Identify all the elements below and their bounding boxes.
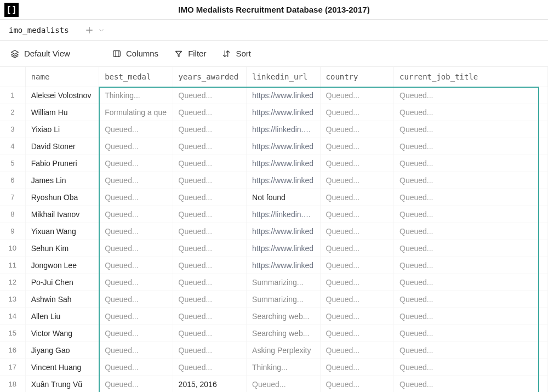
cell-job-title[interactable]: Queued... (394, 87, 548, 104)
cell-best-medal[interactable]: Queued... (99, 376, 173, 392)
cell-linkedin-url[interactable]: https://www.linked (247, 223, 320, 240)
cell-linkedin-url[interactable]: Not found (247, 189, 320, 206)
cell-years-awarded[interactable]: Queued... (173, 274, 246, 291)
cell-job-title[interactable]: Queued... (394, 206, 548, 223)
cell-best-medal[interactable]: Queued... (99, 206, 173, 223)
cell-years-awarded[interactable]: Queued... (173, 257, 246, 274)
table-row[interactable]: 11Jongwon LeeQueued...Queued...https://w… (0, 257, 548, 274)
cell-years-awarded[interactable]: Queued... (173, 87, 246, 104)
row-number[interactable]: 3 (0, 121, 25, 138)
table-row[interactable]: 6James LinQueued...Queued...https://www.… (0, 172, 548, 189)
row-number[interactable]: 1 (0, 87, 25, 104)
cell-job-title[interactable]: Queued... (394, 257, 548, 274)
cell-years-awarded[interactable]: 2015, 2016 (173, 376, 246, 392)
cell-best-medal[interactable]: Queued... (99, 325, 173, 342)
cell-country[interactable]: Queued... (320, 138, 393, 155)
table-row[interactable]: 10Sehun KimQueued...Queued...https://www… (0, 240, 548, 257)
tab-imo-medalists[interactable]: imo_medalists (3, 22, 75, 38)
cell-name[interactable]: Jiyang Gao (25, 342, 99, 359)
row-number[interactable]: 7 (0, 189, 25, 206)
sort-button[interactable]: Sort (221, 49, 251, 59)
cell-years-awarded[interactable]: Queued... (173, 308, 246, 325)
table-row[interactable]: 18Xuân Trung VũQueued...2015, 2016Queued… (0, 376, 548, 392)
cell-job-title[interactable]: Queued... (394, 325, 548, 342)
cell-name[interactable]: Vincent Huang (25, 359, 99, 376)
cell-years-awarded[interactable]: Queued... (173, 223, 246, 240)
cell-country[interactable]: Queued... (320, 87, 393, 104)
app-logo[interactable]: [] (4, 3, 19, 17)
cell-best-medal[interactable]: Queued... (99, 274, 173, 291)
col-current-job-title[interactable]: current_job_title (394, 67, 548, 87)
cell-country[interactable]: Queued... (320, 359, 393, 376)
cell-linkedin-url[interactable]: Queued... (247, 376, 320, 392)
table-row[interactable]: 2William HuFormulating a queQueued...htt… (0, 104, 548, 121)
cell-linkedin-url[interactable]: Summarizing... (247, 291, 320, 308)
cell-best-medal[interactable]: Queued... (99, 223, 173, 240)
cell-country[interactable]: Queued... (320, 172, 393, 189)
cell-years-awarded[interactable]: Queued... (173, 206, 246, 223)
cell-job-title[interactable]: Queued... (394, 240, 548, 257)
cell-linkedin-url[interactable]: Thinking... (247, 359, 320, 376)
col-linkedin-url[interactable]: linkedin_url (247, 67, 320, 87)
cell-job-title[interactable]: Queued... (394, 138, 548, 155)
filter-button[interactable]: Filter (174, 49, 206, 59)
cell-years-awarded[interactable]: Queued... (173, 240, 246, 257)
col-years-awarded[interactable]: years_awarded (173, 67, 246, 87)
cell-best-medal[interactable]: Formulating a que (99, 104, 173, 121)
cell-linkedin-url[interactable]: https://www.linked (247, 104, 320, 121)
cell-linkedin-url[interactable]: https://www.linked (247, 172, 320, 189)
col-name[interactable]: name (25, 67, 99, 87)
table-row[interactable]: 9Yixuan WangQueued...Queued...https://ww… (0, 223, 548, 240)
table-row[interactable]: 5Fabio PruneriQueued...Queued...https://… (0, 155, 548, 172)
cell-name[interactable]: Fabio Pruneri (25, 155, 99, 172)
table-row[interactable]: 12Po-Jui ChenQueued...Queued...Summarizi… (0, 274, 548, 291)
cell-years-awarded[interactable]: Queued... (173, 189, 246, 206)
cell-name[interactable]: James Lin (25, 172, 99, 189)
cell-country[interactable]: Queued... (320, 104, 393, 121)
cell-years-awarded[interactable]: Queued... (173, 138, 246, 155)
cell-name[interactable]: Aleksei Volostnov (25, 87, 99, 104)
cell-linkedin-url[interactable]: https://linkedin.com (247, 121, 320, 138)
table-row[interactable]: 8Mikhail IvanovQueued...Queued...https:/… (0, 206, 548, 223)
cell-job-title[interactable]: Queued... (394, 121, 548, 138)
row-number[interactable]: 8 (0, 206, 25, 223)
cell-linkedin-url[interactable]: Searching web... (247, 308, 320, 325)
cell-years-awarded[interactable]: Queued... (173, 359, 246, 376)
cell-best-medal[interactable]: Thinking... (99, 87, 173, 104)
table-row[interactable]: 1Aleksei VolostnovThinking...Queued...ht… (0, 87, 548, 104)
cell-linkedin-url[interactable]: Asking Perplexity (247, 342, 320, 359)
cell-name[interactable]: Yixuan Wang (25, 223, 99, 240)
cell-country[interactable]: Queued... (320, 308, 393, 325)
cell-job-title[interactable]: Queued... (394, 155, 548, 172)
add-tab-button[interactable] (84, 25, 106, 35)
table-row[interactable]: 15Victor WangQueued...Queued...Searching… (0, 325, 548, 342)
cell-linkedin-url[interactable]: https://www.linked (247, 138, 320, 155)
cell-years-awarded[interactable]: Queued... (173, 291, 246, 308)
cell-years-awarded[interactable]: Queued... (173, 172, 246, 189)
columns-button[interactable]: Columns (112, 49, 158, 59)
row-number[interactable]: 13 (0, 291, 25, 308)
cell-job-title[interactable]: Queued... (394, 172, 548, 189)
cell-country[interactable]: Queued... (320, 206, 393, 223)
row-number[interactable]: 11 (0, 257, 25, 274)
cell-best-medal[interactable]: Queued... (99, 172, 173, 189)
cell-country[interactable]: Queued... (320, 325, 393, 342)
row-number[interactable]: 2 (0, 104, 25, 121)
cell-name[interactable]: Po-Jui Chen (25, 274, 99, 291)
col-country[interactable]: country (320, 67, 393, 87)
cell-country[interactable]: Queued... (320, 257, 393, 274)
cell-name[interactable]: Sehun Kim (25, 240, 99, 257)
cell-name[interactable]: Ryoshun Oba (25, 189, 99, 206)
row-number[interactable]: 12 (0, 274, 25, 291)
cell-name[interactable]: Jongwon Lee (25, 257, 99, 274)
cell-country[interactable]: Queued... (320, 240, 393, 257)
cell-country[interactable]: Queued... (320, 189, 393, 206)
cell-best-medal[interactable]: Queued... (99, 257, 173, 274)
cell-job-title[interactable]: Queued... (394, 189, 548, 206)
cell-years-awarded[interactable]: Queued... (173, 104, 246, 121)
cell-country[interactable]: Queued... (320, 291, 393, 308)
cell-name[interactable]: Xuân Trung Vũ (25, 376, 99, 392)
cell-job-title[interactable]: Queued... (394, 104, 548, 121)
table-row[interactable]: 14Allen LiuQueued...Queued...Searching w… (0, 308, 548, 325)
row-number[interactable]: 18 (0, 376, 25, 392)
